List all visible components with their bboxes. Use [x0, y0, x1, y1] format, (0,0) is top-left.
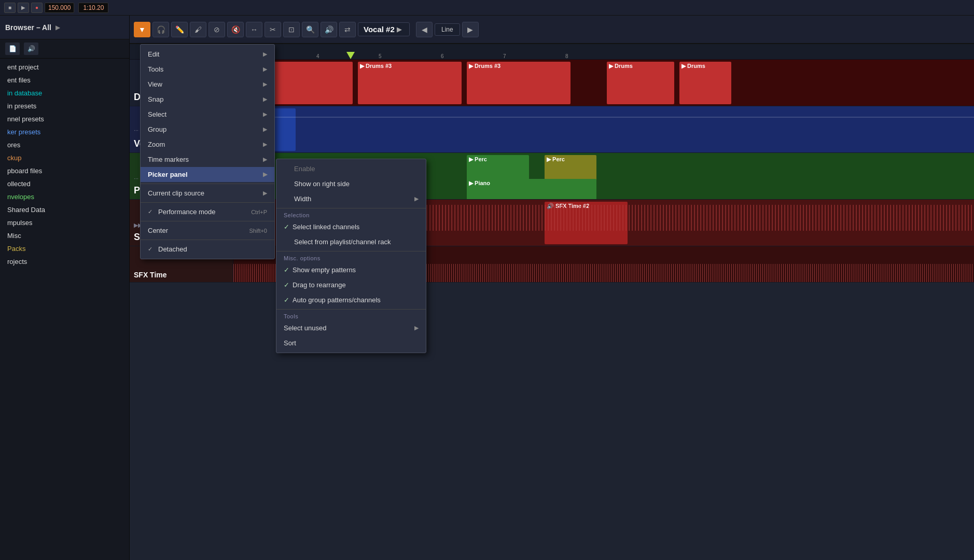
sidebar-item-4[interactable]: nnel presets [0, 113, 129, 125]
headphone-button[interactable]: 🎧 [152, 22, 169, 37]
sidebar-icons: 📄 🔊 [0, 39, 129, 59]
submenu-divider-3 [276, 309, 426, 310]
submenu-section-tools: Tools [276, 311, 426, 320]
submenu-width[interactable]: ✓ Width ▶ [276, 191, 426, 206]
sidebar-item-11[interactable]: Shared Data [0, 203, 129, 216]
marker-8: 8 [565, 53, 568, 59]
submenu-select-from[interactable]: ✓ Select from playlist/channel rack [276, 234, 426, 249]
sidebar-item-9[interactable]: ollected [0, 177, 129, 190]
menu-performance-mode[interactable]: ✓ Performance mode Ctrl+P [141, 204, 274, 219]
erase-tool[interactable]: ⊘ [208, 22, 225, 37]
marker-5: 5 [379, 53, 382, 59]
menu-select[interactable]: Select ▶ [141, 107, 274, 122]
menu-snap[interactable]: Snap ▶ [141, 92, 274, 107]
menu-detached[interactable]: ✓ Detached [141, 242, 274, 257]
select-tool[interactable]: ⊡ [283, 22, 300, 37]
stop-button[interactable]: ■ [4, 3, 16, 13]
pan-tool[interactable]: ⇄ [339, 22, 356, 37]
menu-group[interactable]: Group ▶ [141, 122, 274, 137]
line-select[interactable]: Line [435, 23, 460, 36]
clip-drums-5[interactable]: ▶ Drums [679, 62, 731, 104]
mute-tool[interactable]: 🔇 [227, 22, 244, 37]
sidebar-item-5[interactable]: ker presets [0, 125, 129, 138]
clip-drums-4[interactable]: ▶ Drums [607, 62, 674, 104]
sidebar-item-12[interactable]: mpulses [0, 216, 129, 229]
zoom-tool[interactable]: 🔍 [302, 22, 318, 37]
submenu-section-misc: Misc. options [276, 253, 426, 262]
cut-tool[interactable]: ✂ [265, 22, 281, 37]
menu-view[interactable]: View ▶ [141, 77, 274, 92]
sidebar-item-6[interactable]: ores [0, 138, 129, 151]
draw-tool[interactable]: ✏️ [171, 22, 188, 37]
sidebar-header: Browser – All ▶ [0, 16, 129, 39]
sidebar-item-2[interactable]: in database [0, 87, 129, 100]
clip-piano-1[interactable]: ▶ Piano [467, 179, 596, 199]
vocal-label: Vocal #2 [364, 25, 395, 34]
browser-title: Browser – All [5, 23, 51, 32]
paint-tool[interactable]: 🖌 [190, 22, 206, 37]
menu-divider-3 [141, 221, 274, 221]
menu-edit[interactable]: Edit ▶ [141, 47, 274, 62]
browser-arrow: ▶ [55, 24, 60, 31]
sidebar-item-1[interactable]: ent files [0, 74, 129, 87]
play-button[interactable]: ▶ [18, 3, 29, 13]
sidebar-icon-audio[interactable]: 🔊 [24, 43, 38, 55]
track-content-drums[interactable]: ▶ Drums #3 ▶ Drums #3 ▶ Drums #3 ▶ Drums… [233, 60, 974, 106]
line-select-left[interactable]: ◀ [416, 22, 433, 37]
main-toolbar: ▼ 🎧 ✏️ 🖌 ⊘ 🔇 ↔ ✂ ⊡ 🔍 🔊 ⇄ Vocal #2 ▶ ◀ Li… [130, 16, 974, 44]
sidebar-item-0[interactable]: ent project [0, 61, 129, 74]
marker-7: 7 [503, 53, 506, 59]
submenu-enable[interactable]: ✓ Enable [276, 161, 426, 176]
menu-button[interactable]: ▼ [134, 22, 150, 37]
marker-4: 4 [316, 53, 319, 59]
marker-6: 6 [441, 53, 444, 59]
record-button[interactable]: ● [31, 3, 43, 13]
menu-picker-panel[interactable]: Picker panel ▶ [141, 167, 274, 182]
line-select-right[interactable]: ▶ [462, 22, 479, 37]
top-bar: ■ ▶ ● 150.000 1:10.20 [0, 0, 974, 16]
detach-check: ✓ [148, 246, 155, 253]
time-display: 1:10.20 [78, 3, 108, 13]
menu-divider-1 [141, 184, 274, 184]
sidebar-items-list: ent project ent files in database in pre… [0, 59, 129, 270]
submenu-drag-rearrange[interactable]: ✓ Drag to rearrange [276, 277, 426, 292]
track-name-display: Vocal #2 ▶ [358, 22, 410, 36]
slip-tool[interactable]: ↔ [246, 22, 262, 37]
submenu-auto-group[interactable]: ✓ Auto group patterns/channels [276, 292, 426, 307]
perf-check: ✓ [148, 208, 155, 215]
clip-drums-2[interactable]: ▶ Drums #3 [358, 62, 462, 104]
clip-drums-3[interactable]: ▶ Drums #3 [467, 62, 571, 104]
menu-current-clip[interactable]: Current clip source ▶ [141, 186, 274, 201]
playhead[interactable] [346, 52, 355, 59]
menu-tools[interactable]: Tools ▶ [141, 62, 274, 77]
sidebar-item-7[interactable]: ckup [0, 151, 129, 164]
volume-tool[interactable]: 🔊 [321, 22, 337, 37]
menu-zoom[interactable]: Zoom ▶ [141, 137, 274, 152]
sidebar-item-3[interactable]: in presets [0, 100, 129, 113]
submenu-divider-1 [276, 208, 426, 208]
submenu-divider-2 [276, 251, 426, 251]
sidebar-item-13[interactable]: Misc [0, 229, 129, 242]
menu-divider-2 [141, 202, 274, 203]
submenu-sort[interactable]: Sort [276, 335, 426, 351]
sidebar-icon-file[interactable]: 📄 [5, 43, 20, 55]
submenu-section-selection: Selection [276, 210, 426, 219]
submenu-show-empty[interactable]: ✓ Show empty patterns [276, 262, 426, 277]
sidebar: Browser – All ▶ 📄 🔊 ent project ent file… [0, 16, 130, 560]
track-content-vocal[interactable]: ▶ Vocal [233, 106, 974, 152]
menu-center[interactable]: Center Shift+0 [141, 223, 274, 238]
submenu-select-unused[interactable]: Select unused ▶ [276, 320, 426, 335]
sidebar-item-14[interactable]: Packs [0, 242, 129, 255]
context-menu-main: Edit ▶ Tools ▶ View ▶ Snap ▶ Select ▶ Gr… [140, 44, 275, 259]
sidebar-item-15[interactable]: rojects [0, 255, 129, 268]
menu-time-markers[interactable]: Time markers ▶ [141, 152, 274, 167]
bpm-display: 150.000 [45, 3, 74, 13]
track-name-sfxtime: SFX Time [134, 271, 229, 279]
submenu-select-linked[interactable]: ✓ Select linked channels [276, 219, 426, 234]
submenu-show-right[interactable]: ✓ Show on right side [276, 176, 426, 191]
menu-divider-4 [141, 240, 274, 240]
sidebar-item-8[interactable]: pboard files [0, 164, 129, 177]
sidebar-item-10[interactable]: nvelopes [0, 190, 129, 203]
arrow-icon: ▶ [397, 25, 402, 33]
transport-controls: ■ ▶ ● 150.000 1:10.20 [0, 3, 113, 13]
